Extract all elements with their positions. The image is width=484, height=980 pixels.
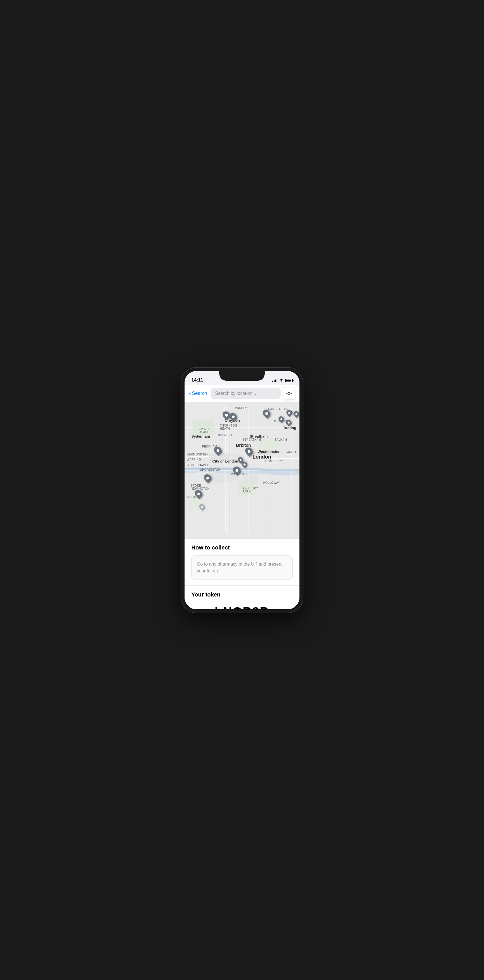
map-area[interactable]: PURLEY CARSHALTON Sutton Croydon THORNTO… [184,402,300,538]
token-section: Your token LNGB8B [184,585,300,609]
map-svg [184,402,300,538]
status-icons [272,379,293,383]
how-to-collect-section: How to collect Go to any pharmacy in the… [184,538,300,585]
crosshair-icon [286,390,292,396]
map-pin[interactable] [204,474,211,482]
search-bar-container: Search by location... [211,387,295,399]
token-title: Your token [191,592,293,598]
svg-rect-7 [238,481,254,494]
map-pin[interactable] [233,466,240,475]
map-pin[interactable] [287,410,292,416]
svg-rect-14 [262,450,271,458]
phone-frame: 14:11 ‹ [181,368,303,612]
map-pin[interactable] [242,461,247,468]
status-bar: 14:11 [184,371,300,385]
map-pin[interactable] [294,411,299,417]
map-pin[interactable] [195,490,202,498]
svg-rect-10 [209,454,218,461]
info-box: Go to any pharmacy in the UK and present… [191,555,293,580]
back-label: Search [192,391,207,396]
search-placeholder: Search by location... [215,391,256,396]
token-value: LNGB8B [191,605,293,609]
back-button[interactable]: ‹ Search [189,390,207,396]
map-pin[interactable] [286,420,291,426]
map-pin[interactable] [246,447,252,456]
wifi-icon [279,379,284,383]
status-time: 14:11 [191,377,203,383]
map-pin[interactable] [230,413,236,421]
battery-icon [285,379,293,382]
svg-rect-9 [259,438,278,452]
location-button[interactable] [283,387,295,399]
map-pin[interactable] [200,504,205,510]
collect-description: Go to any pharmacy in the UK and present… [197,561,287,574]
map-pin[interactable] [279,416,284,422]
svg-rect-17 [243,474,258,482]
signal-bars-icon [272,379,278,382]
nav-bar: ‹ Search Search by location... [184,385,300,402]
screen: 14:11 ‹ [184,371,300,609]
svg-rect-15 [211,473,224,482]
map-pin[interactable] [263,409,270,418]
back-arrow-icon: ‹ [189,390,191,396]
how-to-collect-title: How to collect [191,544,293,551]
search-input[interactable]: Search by location... [211,388,281,399]
map-pin[interactable] [214,446,221,455]
svg-rect-6 [192,420,214,436]
svg-point-0 [288,392,290,394]
map-pin[interactable] [223,411,230,420]
